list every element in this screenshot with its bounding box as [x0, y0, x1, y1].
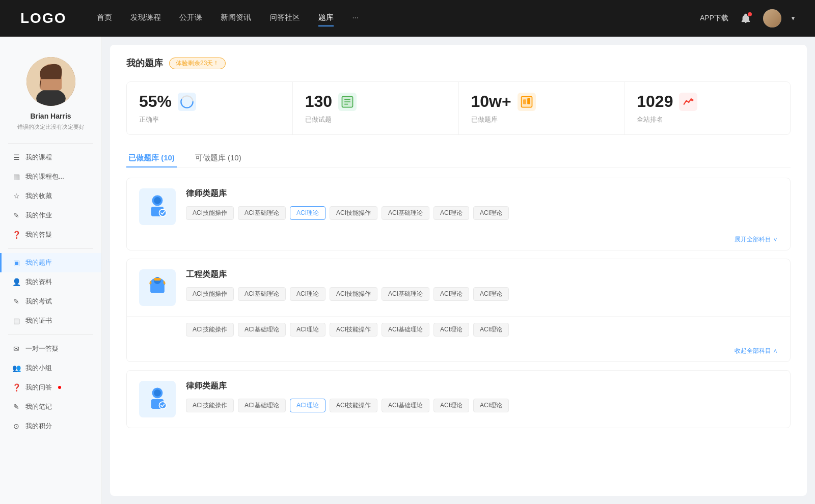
tag-item[interactable]: ACI理论 — [290, 323, 325, 337]
tag-item[interactable]: ACI技能操作 — [186, 206, 234, 220]
subject-lawyer-2-body: 律师类题库 ACI技能操作 ACI基础理论 ACI理论 ACI技能操作 ACI基… — [186, 381, 778, 416]
trial-badge: 体验剩余23天！ — [169, 58, 226, 69]
app-download-button[interactable]: APP下载 — [700, 14, 728, 23]
sidebar-item-homework[interactable]: ✎ 我的作业 — [0, 206, 101, 225]
svg-point-18 — [154, 197, 161, 204]
tag-item[interactable]: ACI基础理论 — [382, 206, 429, 220]
svg-rect-11 — [521, 96, 532, 107]
nav-news[interactable]: 新闻资讯 — [221, 13, 251, 24]
sidebar-divider-3 — [8, 334, 93, 335]
stat-accuracy-top: 55% — [139, 92, 280, 111]
expand-lawyer-1-button[interactable]: 展开全部科目 ∨ — [127, 235, 790, 250]
page-header: 我的题库 体验剩余23天！ — [126, 57, 791, 69]
tag-item-active[interactable]: ACI理论 — [290, 399, 325, 412]
sidebar-item-my-certificates[interactable]: ▤ 我的证书 — [0, 311, 101, 330]
sidebar-item-question-bank[interactable]: ▣ 我的题库 — [0, 253, 101, 272]
sidebar-label-my-points: 我的积分 — [25, 422, 52, 431]
page-title: 我的题库 — [126, 57, 163, 69]
course-icon: ☰ — [12, 153, 20, 161]
nav-more[interactable]: ··· — [352, 13, 359, 24]
tab-available-banks[interactable]: 可做题库 (10) — [193, 149, 243, 167]
nav-question-bank[interactable]: 题库 — [318, 13, 334, 24]
profile-avatar — [26, 57, 75, 106]
tag-item[interactable]: ACI理论 — [433, 287, 469, 301]
sidebar-label-course-packages: 我的课程包... — [25, 172, 64, 181]
page-body: Brian Harris 错误的决定比没有决定要好 ☰ 我的课程 ▦ 我的课程包… — [0, 37, 815, 504]
sidebar-item-one-on-one[interactable]: ✉ 一对一答疑 — [0, 339, 101, 358]
sidebar-label-my-group: 我的小组 — [25, 363, 52, 373]
sidebar-item-my-notes[interactable]: ✎ 我的笔记 — [0, 397, 101, 416]
profile-avatar-svg — [26, 57, 75, 106]
user-avatar[interactable] — [763, 9, 781, 27]
tag-item[interactable]: ACI基础理论 — [382, 399, 429, 412]
stat-banks-top: 10w+ — [471, 92, 612, 111]
tag-item[interactable]: ACI技能操作 — [186, 287, 234, 301]
subject-lawyer-1-body: 律师类题库 ACI技能操作 ACI基础理论 ACI理论 ACI技能操作 ACI基… — [186, 188, 778, 224]
sidebar-item-favorites[interactable]: ☆ 我的收藏 — [0, 186, 101, 206]
sidebar-label-my-data: 我的资料 — [25, 277, 52, 287]
nav-home[interactable]: 首页 — [97, 13, 112, 24]
sidebar-item-my-group[interactable]: 👥 我的小组 — [0, 358, 101, 378]
notification-bell-button[interactable] — [739, 11, 753, 25]
tag-item[interactable]: ACI理论 — [290, 287, 325, 301]
sidebar-item-course-packages[interactable]: ▦ 我的课程包... — [0, 167, 101, 186]
tag-item[interactable]: ACI理论 — [433, 323, 469, 337]
nav-open-course[interactable]: 公开课 — [179, 13, 202, 24]
tag-item[interactable]: ACI基础理论 — [238, 206, 286, 220]
nav-discover[interactable]: 发现课程 — [130, 13, 161, 24]
tag-item[interactable]: ACI理论 — [433, 399, 469, 412]
tag-item[interactable]: ACI技能操作 — [330, 399, 377, 412]
tag-item[interactable]: ACI理论 — [473, 323, 509, 337]
subject-engineer-body: 工程类题库 ACI技能操作 ACI基础理论 ACI理论 ACI技能操作 ACI基… — [186, 269, 778, 305]
nav-qa[interactable]: 问答社区 — [269, 13, 300, 24]
profile-motto: 错误的决定比没有决定要好 — [8, 123, 93, 131]
sidebar-label-favorites: 我的收藏 — [25, 191, 52, 201]
tab-done-banks[interactable]: 已做题库 (10) — [126, 149, 177, 167]
tag-item[interactable]: ACI理论 — [433, 206, 469, 220]
tag-item[interactable]: ACI技能操作 — [330, 323, 377, 337]
tag-item[interactable]: ACI基础理论 — [238, 399, 286, 412]
subject-card-engineer: 工程类题库 ACI技能操作 ACI基础理论 ACI理论 ACI技能操作 ACI基… — [126, 259, 791, 362]
tag-item-active[interactable]: ACI理论 — [290, 206, 325, 220]
subject-engineer-name: 工程类题库 — [186, 269, 778, 280]
subject-engineer-tags-row2: ACI技能操作 ACI基础理论 ACI理论 ACI技能操作 ACI基础理论 AC… — [186, 323, 778, 337]
sidebar-divider-2 — [8, 248, 93, 249]
sidebar-item-my-courses[interactable]: ☰ 我的课程 — [0, 148, 101, 167]
svg-rect-24 — [154, 278, 161, 281]
stat-questions-value: 130 — [305, 92, 332, 111]
sidebar-item-my-questions[interactable]: ❓ 我的问答 — [0, 378, 101, 397]
tag-item[interactable]: ACI基础理论 — [382, 287, 429, 301]
svg-point-15 — [691, 99, 694, 101]
main-content: 我的题库 体验剩余23天！ 55% 正确率 — [110, 45, 807, 496]
tag-item[interactable]: ACI技能操作 — [186, 323, 234, 337]
tag-item[interactable]: ACI理论 — [473, 206, 509, 220]
questions-icon: ❓ — [12, 383, 20, 391]
subject-card-engineer-header: 工程类题库 ACI技能操作 ACI基础理论 ACI理论 ACI技能操作 ACI基… — [127, 259, 790, 316]
tag-item[interactable]: ACI技能操作 — [330, 287, 377, 301]
tag-item[interactable]: ACI基础理论 — [382, 323, 429, 337]
points-icon: ⊙ — [12, 422, 20, 430]
tag-item[interactable]: ACI理论 — [473, 399, 509, 412]
sidebar-item-my-qa[interactable]: ❓ 我的答疑 — [0, 225, 101, 244]
tag-item[interactable]: ACI理论 — [473, 287, 509, 301]
svg-rect-14 — [527, 98, 530, 104]
user-dropdown-arrow[interactable]: ▾ — [792, 15, 795, 22]
tag-item[interactable]: ACI基础理论 — [238, 323, 286, 337]
stat-questions-label: 已做试题 — [305, 115, 446, 124]
tag-item[interactable]: ACI基础理论 — [238, 287, 286, 301]
subject-lawyer-2-name: 律师类题库 — [186, 381, 778, 391]
banks-done-icon — [518, 93, 536, 111]
sidebar-item-my-exams[interactable]: ✎ 我的考试 — [0, 292, 101, 311]
sidebar: Brian Harris 错误的决定比没有决定要好 ☰ 我的课程 ▦ 我的课程包… — [0, 37, 102, 504]
ranking-icon — [679, 93, 697, 111]
svg-point-27 — [154, 389, 161, 397]
collapse-engineer-button[interactable]: 收起全部科目 ∧ — [127, 347, 790, 361]
sidebar-label-homework: 我的作业 — [25, 211, 52, 220]
tabs-row: 已做题库 (10) 可做题库 (10) — [126, 149, 791, 167]
accuracy-icon — [178, 93, 196, 111]
sidebar-item-my-points[interactable]: ⊙ 我的积分 — [0, 416, 101, 436]
tag-item[interactable]: ACI技能操作 — [330, 206, 377, 220]
stat-accuracy-label: 正确率 — [139, 115, 280, 124]
sidebar-item-my-data[interactable]: 👤 我的资料 — [0, 272, 101, 292]
tag-item[interactable]: ACI技能操作 — [186, 399, 234, 412]
